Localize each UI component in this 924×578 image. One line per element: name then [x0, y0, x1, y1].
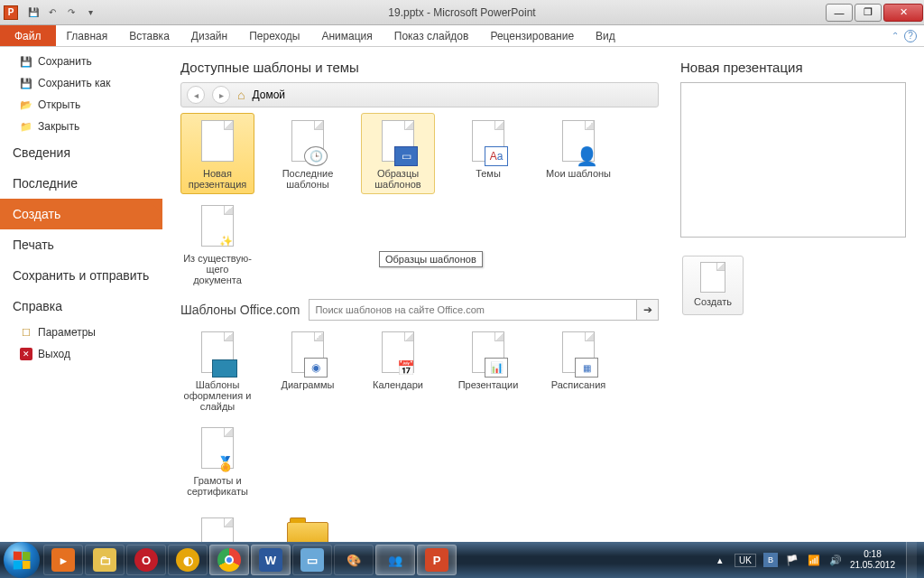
maximize-button[interactable]: ❐	[855, 4, 882, 22]
ribbon: Файл Главная Вставка Дизайн Переходы Ани…	[0, 25, 924, 47]
tray-up-icon[interactable]: ▴	[713, 553, 727, 567]
taskbar-app1[interactable]: ◐	[168, 545, 208, 575]
help-icon[interactable]: ?	[904, 30, 917, 42]
template-blank-presentation[interactable]: Новая презентация	[180, 113, 254, 194]
taskbar-app2[interactable]: ▭	[292, 545, 332, 575]
qat-save-icon[interactable]: 💾	[25, 5, 42, 21]
qat-redo-icon[interactable]: ↷	[63, 5, 79, 21]
app-icon: P	[4, 5, 18, 20]
minimize-button[interactable]: —	[826, 4, 853, 22]
tab-animations[interactable]: Анимация	[310, 25, 383, 46]
templates-heading: Доступные шаблоны и темы	[180, 60, 659, 75]
template-label: Образцы шаблонов	[364, 168, 432, 190]
taskbar-opera[interactable]: O	[126, 545, 166, 575]
template-design-slides[interactable]: Шаблоны оформления и слайды	[180, 324, 254, 416]
close-button[interactable]: ✕	[883, 4, 923, 22]
qat-customize-icon[interactable]: ▾	[82, 5, 98, 21]
system-tray: ▴ UK B 🏳️ 📶 🔊 0:18 21.05.2012	[713, 542, 920, 578]
template-certificates[interactable]: 🏅Грамоты и сертификаты	[180, 420, 254, 501]
tab-review[interactable]: Рецензирование	[479, 25, 585, 46]
recent-templates-icon: 🕒	[282, 117, 333, 164]
taskbar-paint[interactable]: 🎨	[334, 545, 374, 575]
taskbar-items: ▸ 🗀 O ◐ W ▭ 🎨 👥 P	[43, 545, 457, 575]
nav-help[interactable]: Справка	[0, 291, 162, 322]
create-doc-icon	[700, 262, 725, 293]
template-search: ➔	[309, 299, 659, 321]
tab-view[interactable]: Вид	[585, 25, 626, 46]
minimize-ribbon-icon[interactable]: ⌃	[892, 31, 899, 41]
nav-options[interactable]: ☐Параметры	[0, 322, 162, 343]
start-button[interactable]	[4, 542, 40, 578]
template-label: Из существую- щего документа	[183, 253, 252, 285]
preview-title: Новая презентация	[680, 60, 906, 75]
tray-volume-icon[interactable]: 🔊	[828, 553, 843, 567]
nav-new[interactable]: Создать	[0, 199, 162, 229]
create-button[interactable]: Создать	[682, 256, 744, 315]
app-icon: ◐	[176, 548, 199, 572]
taskbar-powerpoint[interactable]: P	[417, 545, 457, 575]
design-slides-icon	[192, 329, 243, 376]
my-templates-icon: 👤	[553, 117, 604, 164]
presentations-icon: 📊	[463, 329, 513, 376]
template-recent[interactable]: 🕒 Последние шаблоны	[271, 113, 345, 194]
template-label: Последние шаблоны	[273, 168, 342, 190]
tab-insert[interactable]: Вставка	[118, 25, 180, 46]
taskbar-chrome[interactable]	[209, 545, 249, 575]
taskbar-messenger[interactable]: 👥	[375, 545, 415, 575]
taskbar-word[interactable]: W	[251, 545, 291, 575]
tab-design[interactable]: Дизайн	[180, 25, 238, 46]
template-label: Мои шаблоны	[544, 168, 613, 179]
nav-recent[interactable]: Последние	[0, 168, 162, 199]
template-schedules[interactable]: ▦Расписания	[541, 324, 615, 416]
taskbar-explorer[interactable]: 🗀	[85, 545, 125, 575]
tray-vk-icon[interactable]: B	[763, 553, 778, 567]
nav-exit-label: Выход	[38, 348, 70, 360]
template-from-existing[interactable]: ✨ Из существую- щего документа	[180, 198, 254, 290]
tray-flag-icon[interactable]: 🏳️	[785, 553, 799, 567]
template-presentations[interactable]: 📊Презентации	[451, 324, 525, 416]
tab-file[interactable]: Файл	[0, 25, 56, 46]
show-desktop-button[interactable]	[906, 542, 917, 578]
exit-icon: ✕	[20, 348, 32, 360]
template-label: Презентации	[454, 379, 522, 390]
nav-forward-button[interactable]: ▸	[212, 86, 230, 104]
nav-back-button[interactable]: ◂	[187, 86, 205, 104]
template-calendars[interactable]: 📅Календари	[361, 324, 435, 416]
sample-templates-icon: ▭	[373, 117, 423, 164]
calendars-icon: 📅	[373, 329, 423, 376]
taskbar: ▸ 🗀 O ◐ W ▭ 🎨 👥 P ▴ UK B 🏳️ 📶 🔊 0:18 21.…	[0, 542, 924, 578]
create-label: Создать	[687, 296, 739, 307]
tab-home[interactable]: Главная	[56, 25, 119, 46]
nav-save[interactable]: 💾Сохранить	[0, 51, 162, 72]
office-heading-label: Шаблоны Office.com	[180, 303, 300, 317]
home-icon[interactable]: ⌂	[237, 88, 245, 102]
template-label: Темы	[454, 168, 522, 179]
search-input[interactable]	[310, 300, 636, 320]
template-my-templates[interactable]: 👤 Мои шаблоны	[541, 113, 615, 194]
nav-close[interactable]: 📁Закрыть	[0, 116, 162, 137]
messenger-icon: 👥	[383, 548, 407, 572]
template-sample-templates[interactable]: ▭ Образцы шаблонов	[361, 113, 435, 194]
template-navbar: ◂ ▸ ⌂ Домой	[180, 82, 659, 107]
mediaplayer-icon: ▸	[51, 548, 75, 572]
backstage-nav: 💾Сохранить 💾Сохранить как 📂Открыть 📁Закр…	[0, 47, 162, 542]
clock[interactable]: 0:18 21.05.2012	[850, 549, 895, 571]
taskbar-mediaplayer[interactable]: ▸	[43, 545, 83, 575]
language-indicator[interactable]: UK	[735, 554, 756, 567]
nav-exit[interactable]: ✕Выход	[0, 343, 162, 365]
folder-icon: 🗀	[93, 548, 116, 572]
qat-undo-icon[interactable]: ↶	[44, 5, 60, 21]
breadcrumb-home[interactable]: Домой	[252, 89, 285, 101]
tab-slideshow[interactable]: Показ слайдов	[383, 25, 480, 46]
nav-print[interactable]: Печать	[0, 229, 162, 260]
nav-info[interactable]: Сведения	[0, 137, 162, 168]
tray-network-icon[interactable]: 📶	[807, 553, 821, 567]
search-go-button[interactable]: ➔	[636, 300, 658, 320]
nav-open[interactable]: 📂Открыть	[0, 94, 162, 116]
template-themes[interactable]: Aa Темы	[451, 113, 525, 194]
nav-share[interactable]: Сохранить и отправить	[0, 260, 162, 291]
nav-save-as[interactable]: 💾Сохранить как	[0, 72, 162, 94]
blank-doc-icon	[192, 117, 243, 164]
template-diagrams[interactable]: ◉Диаграммы	[271, 324, 345, 416]
tab-transitions[interactable]: Переходы	[238, 25, 310, 46]
